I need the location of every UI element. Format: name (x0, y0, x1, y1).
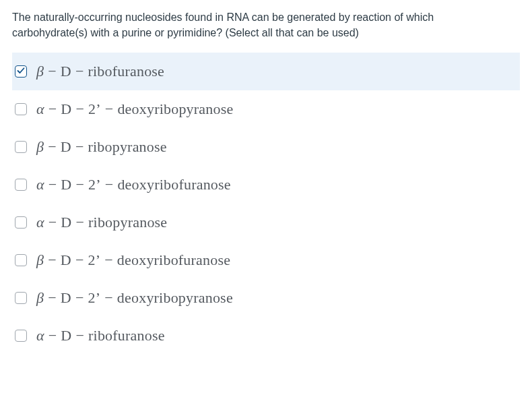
option-prefix: α (36, 176, 44, 193)
checkbox[interactable] (15, 179, 27, 191)
option-body: D (61, 138, 71, 155)
option-prefix: β (36, 138, 44, 155)
option-body: D (61, 289, 71, 306)
option-row[interactable]: β−D−ribopyranose (12, 128, 520, 166)
option-row[interactable]: β−D−ribofuranose (12, 53, 520, 90)
two-prime: 2’ (88, 100, 101, 117)
option-label: β−D−ribofuranose (36, 63, 164, 80)
minus-sep: − (71, 327, 88, 344)
checkbox[interactable] (15, 103, 27, 115)
option-row[interactable]: α−D−2’−deoxyribofuranose (12, 166, 520, 204)
minus-sep: − (44, 327, 61, 344)
option-tail: deoxyribofuranose (117, 176, 230, 193)
option-body: D (61, 100, 71, 117)
minus-sep: − (71, 289, 88, 307)
checkbox[interactable] (15, 330, 27, 342)
checkbox[interactable] (15, 216, 27, 229)
option-body: D (61, 214, 71, 231)
minus-sep: − (44, 63, 61, 80)
question-text: The naturally-occurring nucleosides foun… (12, 9, 520, 40)
minus-sep: − (44, 251, 61, 269)
option-prefix: α (36, 214, 44, 231)
minus-sep: − (71, 176, 88, 193)
minus-sep: − (71, 138, 88, 156)
two-prime: 2’ (88, 289, 100, 306)
minus-sep: − (71, 100, 88, 118)
option-row[interactable]: α−D−ribofuranose (12, 317, 520, 355)
minus-sep: − (101, 100, 118, 118)
option-prefix: α (36, 327, 44, 344)
option-prefix: β (36, 251, 44, 268)
option-label: α−D−ribofuranose (36, 327, 165, 344)
option-row[interactable]: β−D−2’−deoxyribopyranose (12, 279, 520, 317)
checkbox[interactable] (15, 141, 27, 153)
minus-sep: − (100, 251, 117, 269)
checkbox[interactable] (15, 65, 27, 78)
option-tail: ribopyranose (88, 138, 166, 155)
option-row[interactable]: α−D−ribopyranose (12, 204, 520, 241)
minus-sep: − (44, 138, 61, 156)
option-tail: ribopyranose (88, 214, 167, 231)
option-prefix: α (36, 100, 44, 117)
option-label: α−D−2’−deoxyribofuranose (36, 176, 231, 193)
minus-sep: − (44, 100, 61, 118)
minus-sep: − (71, 251, 88, 269)
check-icon (17, 65, 26, 75)
option-body: D (61, 251, 71, 268)
option-row[interactable]: β−D−2’−deoxyribofuranose (12, 241, 520, 279)
checkbox[interactable] (15, 292, 27, 304)
two-prime: 2’ (88, 176, 101, 193)
checkbox[interactable] (15, 254, 27, 266)
minus-sep: − (71, 214, 88, 231)
option-prefix: β (36, 63, 44, 80)
option-body: D (61, 63, 71, 80)
option-tail: deoxyribopyranose (117, 289, 233, 306)
option-label: β−D−2’−deoxyribofuranose (36, 251, 230, 269)
option-tail: deoxyribofuranose (117, 251, 230, 268)
option-prefix: β (36, 289, 44, 306)
options-list: β−D−ribofuranoseα−D−2’−deoxyribopyranose… (12, 53, 520, 355)
option-row[interactable]: α−D−2’−deoxyribopyranose (12, 90, 520, 128)
two-prime: 2’ (88, 251, 100, 268)
option-label: β−D−2’−deoxyribopyranose (36, 289, 233, 307)
option-label: α−D−ribopyranose (36, 214, 167, 231)
minus-sep: − (71, 63, 88, 80)
option-label: α−D−2’−deoxyribopyranose (36, 100, 233, 118)
minus-sep: − (44, 289, 61, 307)
minus-sep: − (100, 289, 117, 307)
minus-sep: − (101, 176, 118, 193)
minus-sep: − (44, 214, 61, 231)
option-label: β−D−ribopyranose (36, 138, 167, 156)
option-body: D (61, 176, 71, 193)
minus-sep: − (44, 176, 61, 193)
option-tail: ribofuranose (88, 327, 165, 344)
option-tail: deoxyribopyranose (117, 100, 233, 117)
option-tail: ribofuranose (88, 63, 164, 80)
option-body: D (61, 327, 71, 344)
